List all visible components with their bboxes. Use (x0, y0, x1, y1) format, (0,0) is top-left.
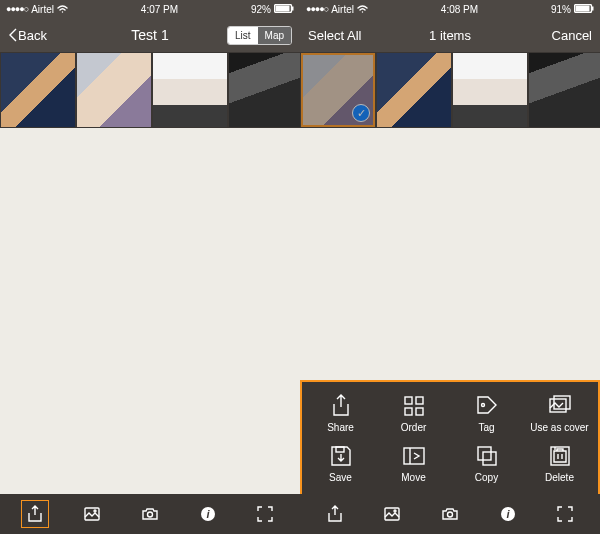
battery-pct: 91% (551, 4, 571, 15)
map-toggle[interactable]: Map (258, 27, 291, 44)
picture-icon[interactable] (78, 500, 106, 528)
move-icon (401, 443, 427, 469)
clock: 4:08 PM (441, 4, 478, 15)
screen-left: ●●●●○ Airtel 4:07 PM 92% Back Test 1 Lis… (0, 0, 300, 534)
screen-right: ●●●●○ Airtel 4:08 PM 91% Select All 1 it… (300, 0, 600, 534)
grid-icon (401, 393, 427, 419)
svg-rect-1 (276, 5, 290, 11)
thumbnail-strip (0, 52, 300, 128)
nav-bar: Back Test 1 List Map (0, 18, 300, 52)
carrier: Airtel (31, 4, 54, 15)
thumbnail[interactable] (377, 53, 451, 127)
menu-label: Share (327, 422, 354, 433)
share-icon (328, 393, 354, 419)
share-icon[interactable] (21, 500, 49, 528)
svg-rect-12 (416, 397, 423, 404)
svg-rect-2 (292, 6, 294, 10)
menu-label: Copy (475, 472, 498, 483)
signal-dots: ●●●●○ (306, 4, 328, 14)
page-title: Test 1 (131, 27, 168, 43)
svg-rect-14 (416, 408, 423, 415)
menu-label: Tag (478, 422, 494, 433)
view-toggle: List Map (227, 26, 292, 45)
fullscreen-icon[interactable] (551, 500, 579, 528)
save-icon (328, 443, 354, 469)
svg-rect-11 (405, 397, 412, 404)
svg-point-24 (394, 510, 396, 512)
svg-rect-19 (404, 448, 424, 464)
tag-button[interactable]: Tag (450, 388, 523, 438)
menu-label: Use as cover (530, 422, 588, 433)
carrier: Airtel (331, 4, 354, 15)
clock: 4:07 PM (141, 4, 178, 15)
thumbnail[interactable] (453, 53, 527, 127)
share-icon[interactable] (321, 500, 349, 528)
bottom-toolbar: i (300, 494, 600, 534)
svg-point-5 (147, 512, 152, 517)
bottom-toolbar: i (0, 494, 300, 534)
list-toggle[interactable]: List (228, 27, 258, 44)
signal-dots: ●●●●○ (6, 4, 28, 14)
menu-label: Move (401, 472, 425, 483)
select-all-button[interactable]: Select All (308, 28, 361, 43)
status-bar: ●●●●○ Airtel 4:07 PM 92% (0, 0, 300, 18)
menu-label: Save (329, 472, 352, 483)
cover-button[interactable]: Use as cover (523, 388, 596, 438)
battery-pct: 92% (251, 4, 271, 15)
svg-rect-18 (336, 447, 344, 452)
tag-icon (474, 393, 500, 419)
info-icon[interactable]: i (194, 500, 222, 528)
thumbnail-selected[interactable]: ✓ (301, 53, 375, 127)
save-button[interactable]: Save (304, 438, 377, 488)
delete-button[interactable]: Delete (523, 438, 596, 488)
cover-icon (547, 393, 573, 419)
picture-icon[interactable] (378, 500, 406, 528)
svg-rect-10 (592, 6, 594, 10)
menu-label: Order (401, 422, 427, 433)
checkmark-icon: ✓ (352, 104, 370, 122)
move-button[interactable]: Move (377, 438, 450, 488)
status-bar: ●●●●○ Airtel 4:08 PM 91% (300, 0, 600, 18)
thumbnail[interactable] (529, 53, 600, 127)
back-label: Back (18, 28, 47, 43)
thumbnail-strip: ✓ (300, 52, 600, 128)
svg-point-25 (447, 512, 452, 517)
cancel-button[interactable]: Cancel (552, 28, 592, 43)
chevron-left-icon (8, 28, 18, 42)
svg-rect-17 (554, 396, 570, 409)
svg-point-15 (481, 404, 484, 407)
svg-rect-13 (405, 408, 412, 415)
svg-rect-20 (478, 447, 491, 460)
thumbnail[interactable] (229, 53, 300, 127)
battery-icon (574, 4, 594, 15)
nav-bar: Select All 1 items Cancel (300, 18, 600, 52)
camera-icon[interactable] (436, 500, 464, 528)
thumbnail[interactable] (153, 53, 227, 127)
thumbnail[interactable] (1, 53, 75, 127)
share-button[interactable]: Share (304, 388, 377, 438)
info-icon[interactable]: i (494, 500, 522, 528)
selection-count: 1 items (429, 28, 471, 43)
svg-point-4 (94, 510, 96, 512)
trash-icon (547, 443, 573, 469)
thumbnail[interactable] (77, 53, 151, 127)
wifi-icon (357, 4, 368, 15)
battery-icon (274, 4, 294, 15)
action-menu: Share Order Tag Use as cover Save Move C… (300, 380, 600, 494)
fullscreen-icon[interactable] (251, 500, 279, 528)
svg-rect-21 (483, 452, 496, 465)
back-button[interactable]: Back (8, 28, 47, 43)
menu-label: Delete (545, 472, 574, 483)
wifi-icon (57, 4, 68, 15)
camera-icon[interactable] (136, 500, 164, 528)
svg-rect-9 (576, 5, 590, 11)
copy-icon (474, 443, 500, 469)
copy-button[interactable]: Copy (450, 438, 523, 488)
order-button[interactable]: Order (377, 388, 450, 438)
